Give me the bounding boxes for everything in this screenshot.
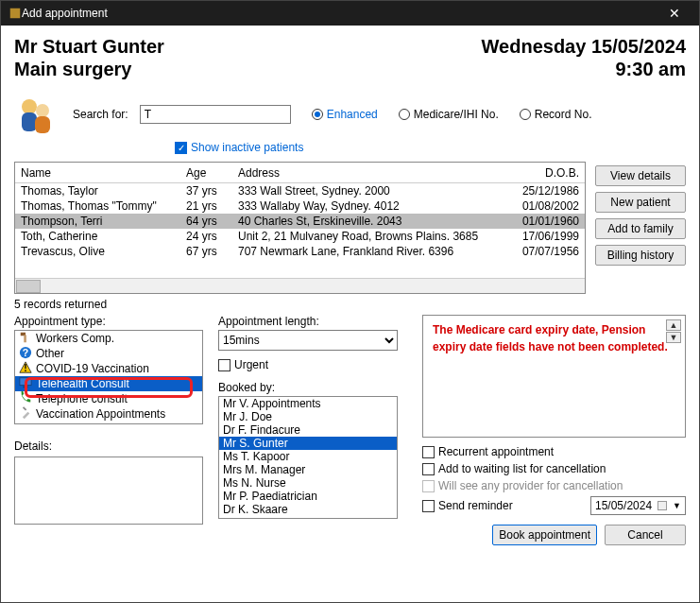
booked-by-item[interactable]: Dr V. Vaccine [219, 516, 397, 519]
titlebar: Add appointment ✕ [1, 1, 699, 26]
length-select[interactable]: 15mins [218, 330, 398, 351]
appt-type-label: Appointment type: [14, 315, 203, 328]
svg-rect-4 [35, 116, 50, 133]
appt-date: Wednesday 15/05/2024 [482, 35, 686, 58]
booked-by-item[interactable]: Ms N. Nurse [219, 476, 397, 490]
patient-grid[interactable]: Name Age Address D.O.B. Thomas, Taylor37… [14, 162, 586, 294]
svg-point-1 [22, 99, 37, 114]
app-icon [9, 7, 22, 20]
svg-rect-2 [22, 112, 37, 131]
chevron-down-icon[interactable]: ▼ [673, 501, 681, 510]
view-details-button[interactable]: View details [595, 165, 686, 186]
svg-rect-6 [24, 335, 26, 342]
grid-header: Name Age Address D.O.B. [15, 163, 585, 183]
booked-by-item[interactable]: Mr P. Paediatrician [219, 490, 397, 503]
appt-type-list[interactable]: Workers Comp.?Other!COVID-19 Vaccination… [14, 330, 203, 424]
warning-stepper[interactable]: ▲▼ [666, 319, 681, 343]
booked-by-item[interactable]: Mr S. Gunter [219, 437, 397, 450]
question-icon: ? [19, 346, 32, 361]
waiting-list-checkbox[interactable]: ✓Add to waiting list for cancellation [422, 462, 686, 475]
svg-text:!: ! [24, 362, 27, 373]
appt-type-item[interactable]: Vaccination Appointments [15, 406, 202, 422]
booked-by-item[interactable]: Mr J. Doe [219, 410, 397, 423]
send-reminder-checkbox[interactable]: ✓Send reminder [422, 499, 513, 512]
add-to-family-button[interactable]: Add to family [595, 218, 686, 239]
billing-history-button[interactable]: Billing history [595, 245, 686, 266]
svg-point-3 [36, 104, 49, 117]
search-input[interactable] [140, 105, 291, 124]
urgent-checkbox[interactable]: ✓ Urgent [218, 358, 407, 371]
details-label: Details: [14, 439, 203, 453]
appt-type-item[interactable]: Telephone consult [15, 391, 202, 406]
booked-by-list[interactable]: Mr V. AppointmentsMr J. DoeDr F. Findacu… [218, 396, 398, 519]
window-title: Add appointment [22, 7, 657, 20]
details-input[interactable] [14, 457, 203, 525]
table-row[interactable]: Thomas, Taylor37 yrs333 Wall Street, Syd… [15, 183, 585, 198]
table-row[interactable]: Toth, Catherine24 yrsUnit 2, 21 Mulvaney… [15, 229, 585, 244]
radio-enhanced[interactable]: Enhanced [312, 108, 378, 121]
book-appointment-button[interactable]: Book appointment [492, 525, 597, 545]
table-row[interactable]: Thompson, Terri64 yrs40 Charles St, Ersk… [15, 214, 585, 229]
header: Mr Stuart Gunter Main surgery Wednesday … [14, 35, 686, 80]
location: Main surgery [14, 58, 164, 80]
calendar-icon[interactable] [657, 501, 667, 510]
radio-record[interactable]: Record No. [520, 108, 592, 121]
recurrent-checkbox[interactable]: ✓Recurrent appointment [422, 445, 686, 458]
search-label: Search for: [73, 108, 128, 121]
grid-hscroll[interactable] [15, 278, 585, 293]
appt-type-item[interactable]: !COVID-19 Vaccination [15, 361, 202, 376]
warning-box: The Medicare card expiry date, Pension e… [422, 315, 686, 438]
add-appointment-window: Add appointment ✕ Mr Stuart Gunter Main … [0, 0, 700, 603]
length-label: Appointment length: [218, 315, 407, 328]
patient-name: Mr Stuart Gunter [14, 35, 164, 58]
svg-rect-11 [20, 377, 31, 385]
any-provider-checkbox: ✓Will see any provider for cancellation [422, 479, 686, 492]
cancel-button[interactable]: Cancel [605, 525, 686, 545]
warning-icon: ! [19, 361, 32, 376]
svg-text:?: ? [23, 346, 28, 357]
svg-rect-14 [23, 406, 26, 410]
hammer-icon [19, 331, 32, 346]
new-patient-button[interactable]: New patient [595, 192, 686, 213]
close-icon[interactable]: ✕ [657, 6, 691, 21]
table-row[interactable]: Trevascus, Olive67 yrs707 Newmark Lane, … [15, 244, 585, 259]
svg-rect-12 [23, 386, 27, 388]
booked-by-item[interactable]: Dr F. Findacure [219, 423, 397, 437]
people-icon [14, 94, 56, 135]
record-count: 5 records returned [14, 298, 686, 311]
svg-rect-0 [10, 9, 21, 19]
booked-by-item[interactable]: Ms T. Kapoor [219, 450, 397, 463]
reminder-date-field[interactable]: 15/05/2024 ▼ [590, 496, 686, 515]
appt-type-item[interactable]: ?Other [15, 346, 202, 361]
appt-time: 9:30 am [482, 58, 686, 80]
booked-by-item[interactable]: Dr K. Skaare [219, 503, 397, 516]
syringe-icon [19, 406, 32, 422]
phone-icon [19, 391, 32, 406]
radio-medicare[interactable]: Medicare/IHI No. [399, 108, 499, 121]
booked-by-item[interactable]: Mrs M. Manager [219, 463, 397, 476]
appt-type-item[interactable]: Telehealth Consult [15, 376, 202, 391]
booked-by-item[interactable]: Mr V. Appointments [219, 397, 397, 410]
monitor-icon [19, 376, 32, 391]
table-row[interactable]: Thomas, Thomas "Tommy"21 yrs333 Wallaby … [15, 198, 585, 214]
svg-rect-13 [23, 411, 29, 418]
show-inactive-checkbox[interactable]: ✓ Show inactive patients [175, 141, 686, 154]
search-mode-group: Enhanced Medicare/IHI No. Record No. [312, 108, 592, 121]
booked-by-label: Booked by: [218, 381, 407, 394]
warning-text: The Medicare card expiry date, Pension e… [433, 323, 668, 353]
appt-type-item[interactable]: Workers Comp. [15, 331, 202, 346]
